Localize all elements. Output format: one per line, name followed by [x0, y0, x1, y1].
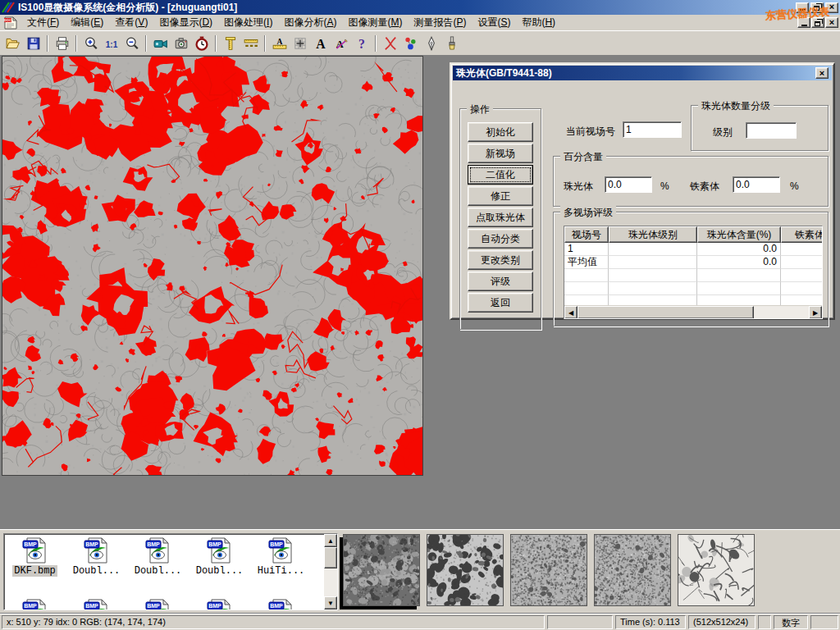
video-camera-button[interactable] [150, 34, 171, 53]
bmp-file-icon: BMP [268, 537, 294, 564]
rating-cell [609, 256, 697, 269]
actual-size-button[interactable]: 1:1 [101, 34, 121, 53]
zoom-out-button[interactable] [121, 34, 142, 53]
menu-item-9[interactable]: 帮助(H) [516, 14, 561, 31]
capture-camera-button[interactable] [171, 34, 191, 53]
thumbnail-graphite-flakes[interactable] [678, 534, 755, 606]
thumbnail-light-dark-blobs[interactable] [427, 534, 504, 606]
file-item-1[interactable]: BMPDoubl... [66, 534, 127, 577]
menu-item-3[interactable]: 图像显示(D) [153, 14, 218, 31]
op-button-5[interactable]: 自动分类 [468, 229, 533, 249]
pen-tool-button[interactable] [421, 34, 441, 53]
svg-text:BMP: BMP [208, 603, 221, 609]
pearlite-value-input[interactable] [605, 176, 652, 193]
rating-header-3[interactable]: 铁素体 [781, 226, 823, 243]
svg-text:?: ? [358, 36, 365, 50]
rating-cell: 0.0 [697, 256, 781, 269]
current-field-input[interactable] [623, 121, 682, 138]
op-button-3[interactable]: 修正 [468, 186, 533, 206]
menu-item-6[interactable]: 图像测量(M) [342, 14, 408, 31]
scroll-track[interactable] [754, 306, 809, 318]
application-window: { "window": { "title": "IS100显微摄像系统(金相分析… [0, 0, 840, 630]
grid-align-button[interactable] [290, 34, 310, 53]
svg-text:BMP: BMP [24, 603, 37, 609]
close-icon: × [829, 2, 834, 11]
bmp-file-icon: BMP [207, 537, 233, 564]
scroll-up-button[interactable]: ▲ [324, 534, 337, 547]
mdi-restore-icon [815, 21, 820, 26]
window-title: IS100显微摄像系统(金相分析版) - [zhuguangti01] [18, 1, 237, 15]
op-button-0[interactable]: 初始化 [468, 122, 533, 142]
rating-header-2[interactable]: 珠光体含量(%) [697, 226, 781, 243]
op-button-4[interactable]: 点取珠光体 [468, 208, 533, 227]
rating-table[interactable]: 视场号珠光体级别珠光体含量(%)铁素体10.0平均值0.0◀▶ [564, 226, 823, 319]
paint-brush-button[interactable] [441, 34, 462, 53]
operation-group: 操作 初始化新视场二值化修正点取珠光体自动分类更改类别评级返回 [459, 108, 541, 330]
dialog-close-button[interactable]: × [815, 67, 829, 79]
metallographic-image[interactable] [2, 56, 423, 476]
rating-header-0[interactable]: 视场号 [564, 226, 609, 243]
op-button-8[interactable]: 返回 [468, 293, 533, 313]
ferrite-value-input[interactable] [733, 176, 780, 193]
measure-text-button[interactable]: A [269, 34, 290, 53]
rating-table-hscrollbar[interactable]: ◀▶ [564, 305, 822, 318]
menu-item-0[interactable]: 文件(F) [21, 14, 65, 31]
file-item-partial-1[interactable]: BMP [66, 597, 127, 609]
thumbnail-fine-speckle-a[interactable] [510, 534, 587, 606]
save-file-button[interactable] [23, 34, 43, 53]
file-name: Doubl... [194, 565, 245, 577]
file-item-partial-4[interactable]: BMP [250, 597, 312, 609]
menu-item-8[interactable]: 设置(S) [472, 14, 516, 31]
dialog-titlebar[interactable]: 珠光体(GB/T9441-88) × [453, 66, 832, 80]
timer-clock-button[interactable] [191, 34, 212, 53]
zoom-in-button[interactable] [80, 34, 101, 53]
menu-item-7[interactable]: 测量报告(P) [408, 14, 472, 31]
multi-field-group: 多视场评级 视场号珠光体级别珠光体含量(%)铁素体10.0平均值0.0◀▶ [553, 212, 829, 326]
file-item-2[interactable]: BMPDoubl... [127, 534, 189, 577]
toolbar-separator [215, 35, 217, 52]
window-titlebar: IS100显微摄像系统(金相分析版) - [zhuguangti01] × [0, 0, 840, 15]
thumbnail-dark-coarse[interactable] [343, 534, 420, 606]
op-button-2[interactable]: 二值化 [468, 165, 533, 185]
rating-row-0[interactable]: 10.0 [564, 243, 822, 256]
file-row-partial: BMPBMPBMPBMPBMP [4, 597, 316, 609]
file-item-partial-3[interactable]: BMP [189, 597, 250, 609]
file-item-partial-0[interactable]: BMP [4, 597, 66, 609]
level-input[interactable] [746, 122, 797, 139]
rating-row-2[interactable] [564, 269, 822, 282]
scroll-thumb[interactable] [578, 306, 754, 319]
pearlite-label: 珠光体 [564, 180, 593, 194]
ruler-horizontal-button[interactable] [240, 34, 261, 53]
print-button[interactable] [52, 34, 72, 53]
document-system-icon[interactable]: DOC [3, 16, 18, 30]
text-label-button[interactable]: A [310, 34, 331, 53]
file-item-3[interactable]: BMPDoubl... [189, 534, 250, 577]
scroll-thumb[interactable] [324, 547, 337, 568]
menu-item-4[interactable]: 图像处理(I) [218, 14, 278, 31]
rating-header-1[interactable]: 珠光体级别 [609, 226, 697, 243]
op-button-7[interactable]: 评级 [468, 272, 533, 291]
scroll-right-button[interactable]: ▶ [809, 306, 822, 319]
scroll-track[interactable] [324, 568, 337, 596]
text-edit-button[interactable]: A [331, 34, 351, 53]
scroll-left-button[interactable]: ◀ [564, 306, 578, 319]
menu-item-2[interactable]: 查看(V) [109, 14, 153, 31]
menu-item-5[interactable]: 图像分析(A) [278, 14, 342, 31]
file-item-partial-2[interactable]: BMP [127, 597, 189, 609]
file-item-4[interactable]: BMPHuiTi... [250, 534, 312, 577]
thumbnail-fine-speckle-b[interactable] [594, 534, 671, 606]
file-item-0[interactable]: BMPDKF.bmp [4, 534, 66, 577]
rating-cell: 0.0 [697, 243, 781, 256]
rating-row-1[interactable]: 平均值0.0 [564, 256, 822, 269]
rating-row-3[interactable] [564, 282, 822, 295]
caliper-vertical-button[interactable] [220, 34, 240, 53]
scroll-down-button[interactable]: ▼ [324, 596, 337, 609]
help-button[interactable]: ? [351, 34, 372, 53]
curve-cut-button[interactable] [380, 34, 400, 53]
file-list-scrollbar[interactable]: ▲ ▼ [324, 534, 337, 609]
open-file-button[interactable] [2, 34, 23, 53]
op-button-6[interactable]: 更改类别 [468, 250, 533, 270]
op-button-1[interactable]: 新视场 [468, 144, 533, 163]
count-markers-button[interactable] [400, 34, 421, 53]
menu-item-1[interactable]: 编辑(E) [65, 14, 109, 31]
